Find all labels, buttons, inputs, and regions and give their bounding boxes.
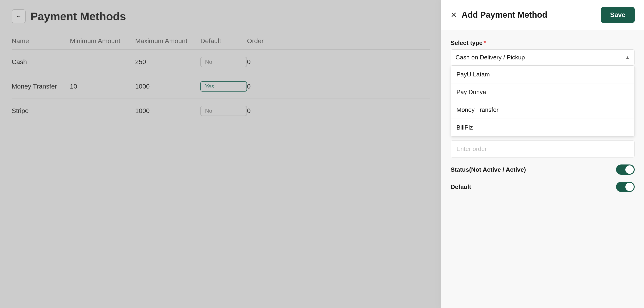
- chevron-up-icon: ▲: [625, 55, 630, 60]
- row-max: 250: [135, 58, 200, 66]
- dropdown-selected[interactable]: Cash on Delivery / Pickup ▲: [450, 50, 635, 66]
- col-max: Maximum Amount: [135, 37, 200, 45]
- row-name: Stripe: [12, 107, 70, 115]
- table-row: Stripe 1000 No 0: [12, 99, 430, 123]
- row-min: 10: [70, 83, 135, 90]
- add-payment-drawer: ✕ Add Payment Method Save Select type* C…: [441, 0, 644, 308]
- col-default: Default: [200, 37, 247, 45]
- row-max: 1000: [135, 83, 200, 90]
- row-name: Money Transfer: [12, 83, 70, 90]
- dropdown-item[interactable]: Money Transfer: [451, 101, 634, 119]
- row-order: 0: [247, 107, 294, 115]
- select-type-field: Select type* Cash on Delivery / Pickup ▲…: [450, 39, 635, 66]
- dropdown-item[interactable]: BillPlz: [451, 119, 634, 136]
- toggle-knob: [625, 183, 634, 191]
- status-toggle-row: Status(Not Active / Active): [450, 164, 635, 175]
- drawer-body: Select type* Cash on Delivery / Pickup ▲…: [441, 30, 644, 201]
- row-order: 0: [247, 58, 294, 66]
- table-row: Money Transfer 10 1000 Yes 0: [12, 74, 430, 99]
- close-icon[interactable]: ✕: [450, 11, 457, 19]
- drawer-header-left: ✕ Add Payment Method: [450, 10, 547, 20]
- default-toggle-row: Default: [450, 182, 635, 192]
- page-title: Payment Methods: [30, 10, 126, 23]
- toggle-knob: [625, 166, 634, 174]
- col-order: Order: [247, 37, 294, 45]
- drawer-header: ✕ Add Payment Method Save: [441, 0, 644, 30]
- status-toggle[interactable]: [616, 164, 635, 175]
- table-header: Name Minimum Amount Maximum Amount Defau…: [12, 32, 430, 50]
- dropdown-menu: PayU Latam Pay Dunya Money Transfer Bill…: [450, 66, 635, 136]
- status-label: Status(Not Active / Active): [450, 166, 526, 173]
- drawer-title: Add Payment Method: [462, 10, 547, 20]
- dropdown-item[interactable]: Pay Dunya: [451, 84, 634, 101]
- select-type-label: Select type*: [450, 39, 635, 46]
- table-row: Cash 250 No 0: [12, 50, 430, 74]
- status-badge: No: [200, 106, 247, 116]
- main-panel: ← Payment Methods Name Minimum Amount Ma…: [0, 0, 441, 308]
- dropdown-item[interactable]: PayU Latam: [451, 66, 634, 84]
- row-max: 1000: [135, 107, 200, 115]
- default-toggle[interactable]: [616, 182, 635, 192]
- status-badge: No: [200, 57, 247, 67]
- col-min: Minimum Amount: [70, 37, 135, 45]
- save-button[interactable]: Save: [601, 7, 635, 23]
- type-dropdown[interactable]: Cash on Delivery / Pickup ▲ PayU Latam P…: [450, 50, 635, 66]
- order-input[interactable]: [450, 140, 635, 158]
- row-name: Cash: [12, 58, 70, 66]
- page-header: ← Payment Methods: [12, 9, 430, 23]
- col-name: Name: [12, 37, 70, 45]
- back-button[interactable]: ←: [12, 9, 26, 23]
- default-label: Default: [450, 183, 471, 190]
- status-badge: Yes: [200, 81, 247, 92]
- row-order: 0: [247, 83, 294, 90]
